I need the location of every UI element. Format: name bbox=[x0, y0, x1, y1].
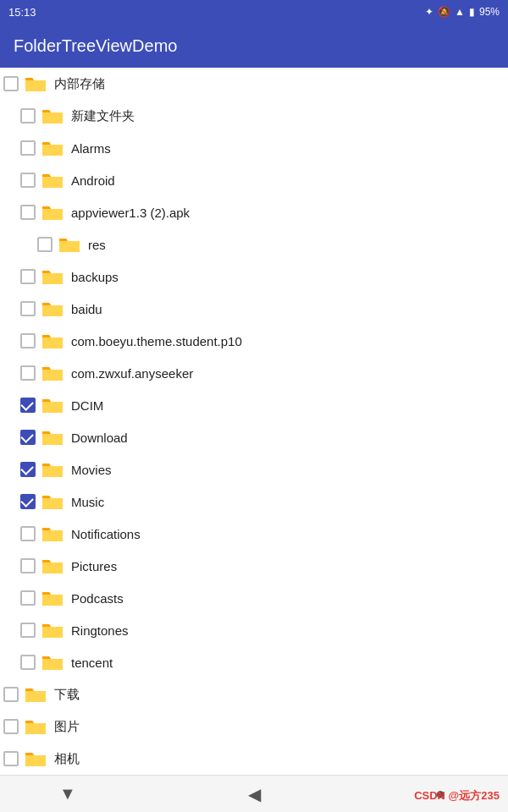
checkbox[interactable] bbox=[20, 526, 36, 541]
menu-button[interactable]: ▼ bbox=[51, 777, 85, 811]
status-bar: 15:13 ✦ 🔕 ▲ ▮ 95% bbox=[0, 0, 508, 24]
checkbox[interactable] bbox=[20, 365, 36, 381]
folder-icon bbox=[24, 74, 47, 93]
svg-rect-6 bbox=[42, 273, 63, 284]
folder-icon bbox=[41, 557, 64, 575]
list-item[interactable]: Music bbox=[0, 486, 508, 518]
svg-rect-16 bbox=[42, 595, 63, 606]
item-label: DCIM bbox=[71, 398, 103, 413]
file-tree: 内部存储 新建文件夹 Alarms Android appviewer1.3 (… bbox=[0, 68, 508, 775]
folder-icon bbox=[24, 685, 47, 704]
list-item[interactable]: com.zwxuf.anyseeker bbox=[0, 357, 508, 389]
svg-rect-0 bbox=[25, 80, 46, 91]
checkbox[interactable] bbox=[20, 269, 36, 284]
list-item[interactable]: res bbox=[0, 228, 508, 261]
list-item[interactable]: com.boeyu.theme.student.p10 bbox=[0, 325, 508, 357]
checkbox[interactable] bbox=[20, 140, 36, 156]
list-item[interactable]: Pictures bbox=[0, 550, 508, 582]
svg-rect-7 bbox=[42, 305, 63, 316]
list-item[interactable]: Alarms bbox=[0, 132, 508, 164]
watermark: CSDN @远方235 bbox=[414, 788, 500, 804]
item-label: Download bbox=[71, 431, 128, 445]
svg-rect-3 bbox=[42, 177, 63, 188]
list-item[interactable]: Ringtones bbox=[0, 614, 508, 646]
item-label: baidu bbox=[71, 302, 102, 316]
checkbox[interactable] bbox=[20, 558, 36, 573]
item-label: 相机 bbox=[54, 751, 80, 767]
svg-rect-18 bbox=[42, 659, 63, 670]
list-item[interactable]: baidu bbox=[0, 293, 508, 325]
list-item[interactable]: appviewer1.3 (2).apk bbox=[0, 196, 508, 228]
svg-rect-17 bbox=[42, 627, 63, 638]
checkbox[interactable] bbox=[20, 108, 36, 123]
list-item[interactable]: 新建文件夹 bbox=[0, 100, 508, 132]
checkbox[interactable] bbox=[20, 333, 36, 348]
item-label: res bbox=[88, 238, 106, 252]
list-item[interactable]: Podcasts bbox=[0, 582, 508, 614]
list-item[interactable]: 图片 bbox=[0, 710, 508, 743]
folder-icon bbox=[41, 396, 64, 414]
folder-icon bbox=[41, 267, 64, 286]
item-label: backups bbox=[71, 270, 119, 284]
list-item[interactable]: tencent bbox=[0, 646, 508, 678]
folder-icon bbox=[41, 299, 64, 318]
svg-rect-4 bbox=[42, 209, 63, 220]
list-item[interactable]: 内部存储 bbox=[0, 68, 508, 100]
list-item[interactable]: Download bbox=[0, 421, 508, 453]
status-icons: ✦ 🔕 ▲ ▮ 95% bbox=[425, 6, 500, 18]
checkbox[interactable] bbox=[20, 205, 36, 220]
list-item[interactable]: 下载 bbox=[0, 678, 508, 710]
folder-icon bbox=[41, 428, 64, 447]
checkbox[interactable] bbox=[20, 623, 36, 638]
back-button[interactable]: ◀ bbox=[237, 777, 271, 811]
bottom-navigation: ▼ ◀ ● CSDN @远方235 bbox=[0, 775, 508, 812]
folder-icon bbox=[58, 235, 81, 254]
list-item[interactable]: Movies bbox=[0, 453, 508, 486]
checkbox[interactable] bbox=[3, 719, 19, 734]
checkbox[interactable] bbox=[20, 655, 36, 670]
item-label: Pictures bbox=[71, 559, 117, 573]
checkbox[interactable] bbox=[20, 494, 36, 509]
list-item[interactable]: Notifications bbox=[0, 518, 508, 550]
svg-rect-20 bbox=[25, 723, 46, 734]
svg-rect-9 bbox=[42, 370, 63, 381]
folder-icon bbox=[24, 749, 47, 768]
mute-icon: 🔕 bbox=[438, 6, 450, 18]
item-label: 内部存储 bbox=[54, 76, 105, 92]
svg-rect-21 bbox=[25, 755, 46, 766]
folder-icon bbox=[41, 589, 64, 607]
svg-rect-11 bbox=[42, 434, 63, 445]
checkbox[interactable] bbox=[20, 590, 36, 606]
svg-rect-1 bbox=[42, 112, 63, 123]
item-label: Movies bbox=[71, 463, 112, 477]
svg-rect-14 bbox=[42, 530, 63, 541]
checkbox[interactable] bbox=[20, 301, 36, 316]
battery-icon: ▮ bbox=[469, 6, 475, 18]
checkbox[interactable] bbox=[20, 173, 36, 188]
folder-icon bbox=[41, 107, 64, 125]
list-item[interactable]: Android bbox=[0, 164, 508, 196]
item-label: appviewer1.3 (2).apk bbox=[71, 206, 190, 220]
folder-icon bbox=[41, 524, 64, 543]
svg-rect-2 bbox=[42, 145, 63, 156]
list-item[interactable]: 相机 bbox=[0, 743, 508, 775]
folder-icon bbox=[41, 332, 64, 350]
checkbox[interactable] bbox=[20, 430, 36, 445]
checkbox[interactable] bbox=[3, 76, 19, 91]
checkbox[interactable] bbox=[3, 751, 19, 766]
bluetooth-icon: ✦ bbox=[425, 6, 433, 18]
checkbox[interactable] bbox=[37, 237, 52, 252]
checkbox[interactable] bbox=[3, 687, 19, 702]
list-item[interactable]: backups bbox=[0, 261, 508, 293]
svg-rect-5 bbox=[59, 241, 80, 252]
checkbox[interactable] bbox=[20, 462, 36, 477]
svg-rect-13 bbox=[42, 498, 63, 509]
item-label: 下载 bbox=[54, 687, 80, 703]
app-title: FolderTreeViewDemo bbox=[14, 36, 177, 56]
item-label: 新建文件夹 bbox=[71, 108, 135, 124]
list-item[interactable]: DCIM bbox=[0, 389, 508, 421]
svg-rect-10 bbox=[42, 402, 63, 413]
battery-level: 95% bbox=[479, 6, 500, 18]
folder-icon bbox=[41, 653, 64, 672]
checkbox[interactable] bbox=[20, 398, 36, 413]
